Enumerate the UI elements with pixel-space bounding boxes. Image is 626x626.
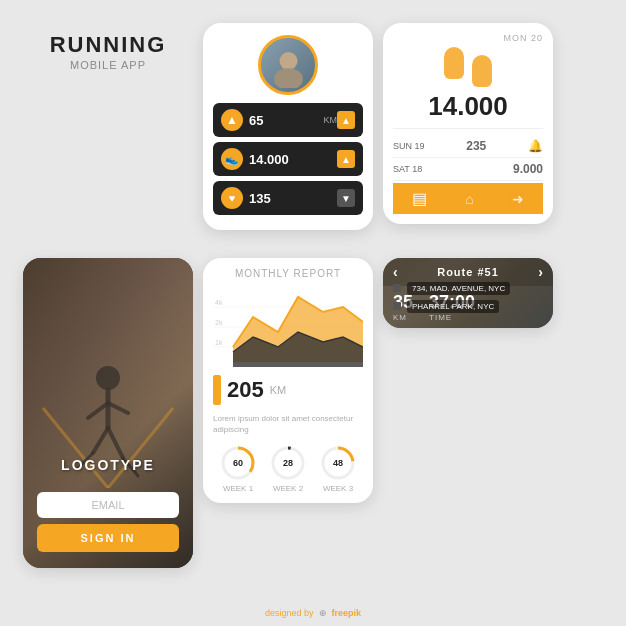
- week3-circle: 48 WEEK 3: [320, 445, 356, 493]
- svg-text:1k: 1k: [215, 339, 223, 346]
- route-next-arrow[interactable]: ›: [538, 264, 543, 280]
- week2-circle: 28 WEEK 2: [270, 445, 306, 493]
- bottom-nav: ▤ ⌂ ➜: [393, 183, 543, 214]
- week3-label: WEEK 3: [323, 484, 353, 493]
- avatar-svg: [266, 43, 311, 88]
- report-card: MONTHLY REPORT 4k 2k 1k: [203, 258, 373, 503]
- svg-line-7: [108, 428, 123, 458]
- chevron-up-icon: ▲: [221, 109, 243, 131]
- week3-progress: 48: [320, 445, 356, 481]
- stat-steps-row: 👟 14.000 ▲: [213, 142, 363, 176]
- waypoint-text-1: 734, MAD. AVENUE, NYC: [407, 282, 510, 295]
- waypoint-dot-2: [393, 302, 401, 310]
- route-prev-arrow[interactable]: ‹: [393, 264, 398, 280]
- waypoint-text-2: PHARREL PARK, NYC: [407, 300, 499, 313]
- title-area: RUNNING MOBILE APP: [23, 23, 193, 71]
- svg-point-11: [274, 68, 303, 88]
- waypoints: 734, MAD. AVENUE, NYC PHARREL PARK, NYC: [383, 282, 553, 318]
- footprints-graphic: [393, 47, 543, 87]
- footprints-icon: 👟: [221, 148, 243, 170]
- steps-value: 14.000: [249, 152, 337, 167]
- bell-icon: 🔔: [528, 139, 543, 153]
- heart-value: 135: [249, 191, 337, 206]
- week2-label: WEEK 2: [273, 484, 303, 493]
- weeks-row: 60 WEEK 1 28 WEEK 2: [213, 445, 363, 493]
- waypoint-1: 734, MAD. AVENUE, NYC: [393, 282, 543, 295]
- email-placeholder: EMAIL: [49, 499, 167, 511]
- chart-svg: 4k 2k 1k: [213, 287, 363, 367]
- left-footprint: [444, 47, 464, 79]
- week1-label: WEEK 1: [223, 484, 253, 493]
- route-name: Route #51: [437, 266, 499, 278]
- week2-value: 28: [270, 445, 306, 481]
- steps-history: SUN 19 235 🔔 SAT 18 9.000: [393, 128, 543, 181]
- svg-line-6: [93, 428, 108, 453]
- arrow-down-icon: ▼: [337, 189, 355, 207]
- arrow-up2-icon: ▲: [337, 150, 355, 168]
- km-unit: KM: [324, 115, 338, 125]
- svg-text:2k: 2k: [215, 319, 223, 326]
- sun-steps: 235: [466, 139, 486, 153]
- steps-card: MON 20 14.000 SUN 19 235 🔔 SAT 18 9.000 …: [383, 23, 553, 224]
- report-description: Lorem ipsum dolor sit amet consectetur a…: [213, 413, 363, 435]
- heart-icon: ♥: [221, 187, 243, 209]
- week3-value: 48: [320, 445, 356, 481]
- report-title: MONTHLY REPORT: [213, 268, 363, 279]
- logotype-text: LOGOTYPE: [23, 457, 193, 473]
- login-card: LOGOTYPE EMAIL SIGN IN: [23, 258, 193, 568]
- chart-nav-icon[interactable]: ▤: [412, 189, 427, 208]
- steps-count: 14.000: [393, 91, 543, 122]
- app-title: RUNNING: [50, 33, 167, 57]
- footer-brand: freepik: [332, 608, 362, 618]
- app-subtitle: MOBILE APP: [70, 59, 146, 71]
- route-card: ‹ Route #51 › 35 KM 37:00 TIME: [383, 258, 553, 328]
- week1-circle: 60 WEEK 1: [220, 445, 256, 493]
- chart-area: 4k 2k 1k: [213, 287, 363, 367]
- report-distance: 205 KM: [213, 375, 363, 405]
- distance-value: 205: [227, 377, 264, 403]
- profile-card: ▲ 65 KM ▲ 👟 14.000 ▲ ♥ 135 ▼: [203, 23, 373, 230]
- week1-value: 60: [220, 445, 256, 481]
- avatar: [258, 35, 318, 95]
- svg-text:4k: 4k: [215, 299, 223, 306]
- km-value: 65: [249, 113, 322, 128]
- sat-steps: 9.000: [513, 162, 543, 176]
- stat-km-row: ▲ 65 KM ▲: [213, 103, 363, 137]
- route-path-svg: [398, 318, 538, 328]
- history-row-sun: SUN 19 235 🔔: [393, 135, 543, 158]
- svg-line-5: [108, 403, 128, 413]
- arrow-nav-icon[interactable]: ➜: [512, 191, 524, 207]
- right-footprint: [472, 55, 492, 87]
- footer-prefix: designed by: [265, 608, 314, 618]
- week1-progress: 60: [220, 445, 256, 481]
- sat-day: SAT 18: [393, 164, 422, 174]
- history-row-sat: SAT 18 9.000: [393, 158, 543, 181]
- home-nav-icon[interactable]: ⌂: [465, 191, 473, 207]
- main-container: RUNNING MOBILE APP LOGOTYPE EMAIL SIGN I…: [13, 13, 613, 613]
- week2-progress: 28: [270, 445, 306, 481]
- svg-point-2: [96, 366, 120, 390]
- sun-day: SUN 19: [393, 141, 425, 151]
- distance-badge: [213, 375, 221, 405]
- svg-line-4: [88, 403, 108, 418]
- waypoint-dot-1: [393, 284, 401, 292]
- signin-button[interactable]: SIGN IN: [37, 524, 179, 552]
- profile-stats: ▲ 65 KM ▲ 👟 14.000 ▲ ♥ 135 ▼: [203, 103, 373, 215]
- svg-point-10: [279, 52, 297, 70]
- arrow-up-icon: ▲: [337, 111, 355, 129]
- steps-day: MON 20: [393, 33, 543, 43]
- distance-unit: KM: [270, 384, 287, 396]
- email-input[interactable]: EMAIL: [37, 492, 179, 518]
- stat-heart-row: ♥ 135 ▼: [213, 181, 363, 215]
- waypoint-2: PHARREL PARK, NYC: [393, 300, 543, 313]
- footer: designed by ⊕ freepik: [0, 608, 626, 618]
